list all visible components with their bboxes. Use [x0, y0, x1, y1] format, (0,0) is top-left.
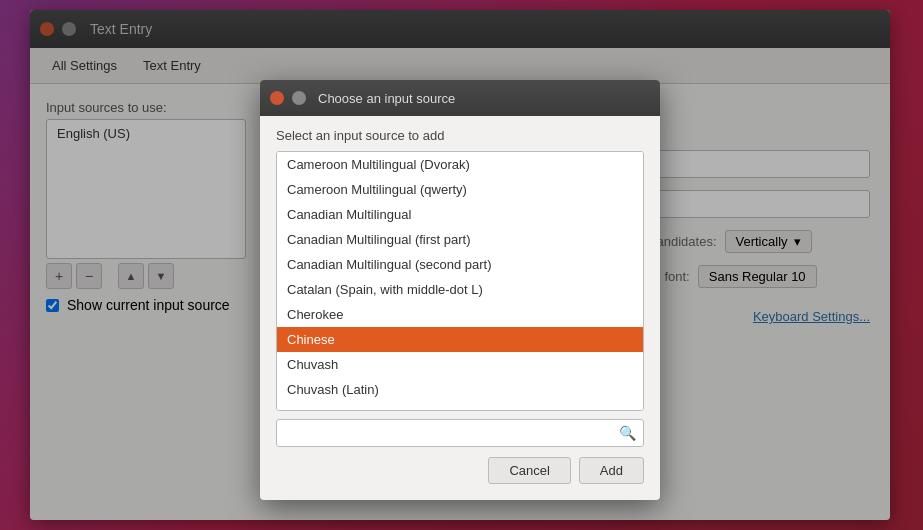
source-item-10[interactable]: CloGaelach: [277, 402, 643, 411]
search-icon: 🔍: [619, 425, 636, 441]
modal-overlay: Choose an input source Select an input s…: [30, 10, 890, 520]
source-item-9[interactable]: Chuvash (Latin): [277, 377, 643, 402]
source-item-1[interactable]: Cameroon Multilingual (qwerty): [277, 177, 643, 202]
add-button[interactable]: Add: [579, 457, 644, 484]
modal-close-button[interactable]: [270, 91, 284, 105]
main-window: Text Entry All Settings Text Entry Input…: [30, 10, 890, 520]
modal-buttons: Cancel Add: [276, 457, 644, 488]
source-item-5[interactable]: Catalan (Spain, with middle-dot L): [277, 277, 643, 302]
modal-title: Choose an input source: [318, 91, 455, 106]
search-input[interactable]: [276, 419, 644, 447]
source-item-2[interactable]: Canadian Multilingual: [277, 202, 643, 227]
modal-subtitle: Select an input source to add: [276, 128, 644, 143]
modal-search-row: 🔍: [276, 419, 644, 447]
modal-restore-button[interactable]: [292, 91, 306, 105]
source-item-4[interactable]: Canadian Multilingual (second part): [277, 252, 643, 277]
source-item-6[interactable]: Cherokee: [277, 302, 643, 327]
choose-input-modal: Choose an input source Select an input s…: [260, 80, 660, 500]
modal-body: Select an input source to add Cameroon M…: [260, 116, 660, 500]
source-item-7[interactable]: Chinese: [277, 327, 643, 352]
source-item-0[interactable]: Cameroon Multilingual (Dvorak): [277, 152, 643, 177]
modal-titlebar: Choose an input source: [260, 80, 660, 116]
source-item-3[interactable]: Canadian Multilingual (first part): [277, 227, 643, 252]
source-item-8[interactable]: Chuvash: [277, 352, 643, 377]
cancel-button[interactable]: Cancel: [488, 457, 570, 484]
sources-list[interactable]: Cameroon Multilingual (Dvorak) Cameroon …: [276, 151, 644, 411]
